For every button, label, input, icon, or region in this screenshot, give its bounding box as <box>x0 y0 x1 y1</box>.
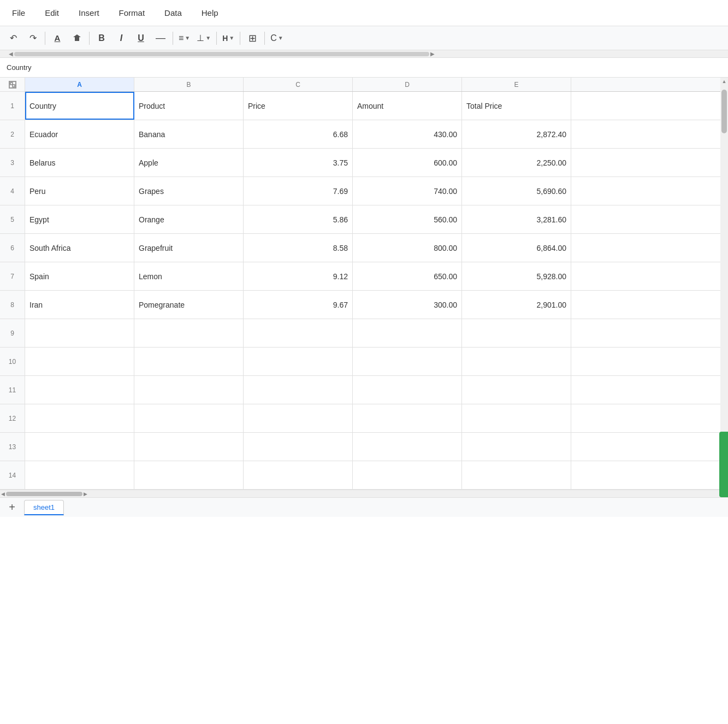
row-num-11[interactable]: 11 <box>0 376 25 404</box>
cell-c11[interactable] <box>244 376 353 404</box>
row-num-10[interactable]: 10 <box>0 348 25 376</box>
row-num-7[interactable]: 7 <box>0 262 25 291</box>
menu-edit[interactable]: Edit <box>42 6 62 20</box>
italic-button[interactable]: I <box>113 30 130 47</box>
cell-d12[interactable] <box>353 404 462 432</box>
row-num-12[interactable]: 12 <box>0 404 25 433</box>
menu-help[interactable]: Help <box>198 6 222 20</box>
cell-b5[interactable]: Orange <box>134 205 244 233</box>
cell-e4[interactable]: 5,690.60 <box>462 177 571 205</box>
cell-e11[interactable] <box>462 376 571 404</box>
cell-b14[interactable] <box>134 461 244 489</box>
v-scroll-thumb[interactable] <box>721 90 727 133</box>
h-scroll-left-arrow-bottom[interactable]: ◀ <box>0 491 6 497</box>
cell-d5[interactable]: 560.00 <box>353 205 462 233</box>
cell-d14[interactable] <box>353 461 462 489</box>
cell-a1[interactable]: Country <box>25 92 134 120</box>
cell-c14[interactable] <box>244 461 353 489</box>
cell-a3[interactable]: Belarus <box>25 149 134 176</box>
col-header-e[interactable]: E <box>462 78 571 91</box>
more-button[interactable]: C ▼ <box>268 30 285 47</box>
menu-data[interactable]: Data <box>161 6 185 20</box>
scroll-right-arrow[interactable]: ▶ <box>429 51 436 57</box>
row-num-14[interactable]: 14 <box>0 461 25 490</box>
cell-e12[interactable] <box>462 404 571 432</box>
bold-button[interactable]: B <box>93 30 110 47</box>
cell-e7[interactable]: 5,928.00 <box>462 262 571 290</box>
col-header-d[interactable]: D <box>353 78 462 91</box>
v-scrollbar[interactable]: ▲ ▼ <box>720 78 728 490</box>
cell-e8[interactable]: 2,901.00 <box>462 291 571 319</box>
cell-e2[interactable]: 2,872.40 <box>462 120 571 148</box>
cell-a11[interactable] <box>25 376 134 404</box>
cell-e14[interactable] <box>462 461 571 489</box>
cell-c2[interactable]: 6.68 <box>244 120 353 148</box>
cell-a14[interactable] <box>25 461 134 489</box>
underline-button[interactable]: U <box>132 30 150 47</box>
valign-button[interactable]: ⊥ ▼ <box>194 30 213 47</box>
cell-e9[interactable] <box>462 319 571 347</box>
h-scroll-thumb-bottom[interactable] <box>6 492 82 496</box>
corner-cell[interactable] <box>0 78 25 92</box>
cell-d8[interactable]: 300.00 <box>353 291 462 319</box>
v-scroll-track[interactable] <box>720 85 728 482</box>
cell-b6[interactable]: Grapefruit <box>134 234 244 262</box>
cell-a10[interactable] <box>25 348 134 375</box>
cell-a12[interactable] <box>25 404 134 432</box>
cell-a13[interactable] <box>25 433 134 461</box>
row-num-4[interactable]: 4 <box>0 177 25 205</box>
cell-c3[interactable]: 3.75 <box>244 149 353 176</box>
col-header-a[interactable]: A <box>25 78 134 91</box>
row-num-3[interactable]: 3 <box>0 149 25 177</box>
cell-a6[interactable]: South Africa <box>25 234 134 262</box>
row-num-9[interactable]: 9 <box>0 319 25 348</box>
cell-d11[interactable] <box>353 376 462 404</box>
cell-a2[interactable]: Ecuador <box>25 120 134 148</box>
cell-b11[interactable] <box>134 376 244 404</box>
h-scrollbar-bottom[interactable]: ◀ ▶ <box>0 490 728 497</box>
cell-e13[interactable] <box>462 433 571 461</box>
cell-d1[interactable]: Amount <box>353 92 462 120</box>
cell-b10[interactable] <box>134 348 244 375</box>
cell-a8[interactable]: Iran <box>25 291 134 319</box>
cell-d3[interactable]: 600.00 <box>353 149 462 176</box>
cell-c12[interactable] <box>244 404 353 432</box>
h-scroll-right-arrow-bottom[interactable]: ▶ <box>82 491 88 497</box>
col-header-b[interactable]: B <box>134 78 244 91</box>
sheet-tab-sheet1[interactable]: sheet1 <box>24 500 64 515</box>
cell-b9[interactable] <box>134 319 244 347</box>
cell-c8[interactable]: 9.67 <box>244 291 353 319</box>
cell-d7[interactable]: 650.00 <box>353 262 462 290</box>
align-button[interactable]: ≡ ▼ <box>176 30 192 47</box>
h-scrollbar-top[interactable]: ◀ ▶ <box>0 50 728 58</box>
cell-a9[interactable] <box>25 319 134 347</box>
merge-button[interactable]: ⊞ <box>244 30 261 47</box>
cell-b4[interactable]: Grapes <box>134 177 244 205</box>
cell-d2[interactable]: 430.00 <box>353 120 462 148</box>
cell-c13[interactable] <box>244 433 353 461</box>
redo-button[interactable]: ↷ <box>24 30 42 47</box>
cell-b2[interactable]: Banana <box>134 120 244 148</box>
row-num-13[interactable]: 13 <box>0 433 25 461</box>
cell-d10[interactable] <box>353 348 462 375</box>
cell-e6[interactable]: 6,864.00 <box>462 234 571 262</box>
add-sheet-button[interactable]: + <box>4 500 20 515</box>
font-color-button[interactable]: A <box>49 30 66 47</box>
row-num-8[interactable]: 8 <box>0 291 25 319</box>
menu-insert[interactable]: Insert <box>75 6 103 20</box>
col-header-c[interactable]: C <box>244 78 353 91</box>
v-scroll-up-arrow[interactable]: ▲ <box>721 78 728 85</box>
row-num-5[interactable]: 5 <box>0 205 25 234</box>
cell-a5[interactable]: Egypt <box>25 205 134 233</box>
row-num-6[interactable]: 6 <box>0 234 25 262</box>
cell-b8[interactable]: Pomegranate <box>134 291 244 319</box>
h-scroll-thumb[interactable] <box>14 52 429 56</box>
menu-format[interactable]: Format <box>116 6 149 20</box>
cell-c10[interactable] <box>244 348 353 375</box>
cell-e5[interactable]: 3,281.60 <box>462 205 571 233</box>
cell-d9[interactable] <box>353 319 462 347</box>
cell-d6[interactable]: 800.00 <box>353 234 462 262</box>
cell-c4[interactable]: 7.69 <box>244 177 353 205</box>
cell-a4[interactable]: Peru <box>25 177 134 205</box>
strikethrough-button[interactable]: ― <box>152 30 169 47</box>
